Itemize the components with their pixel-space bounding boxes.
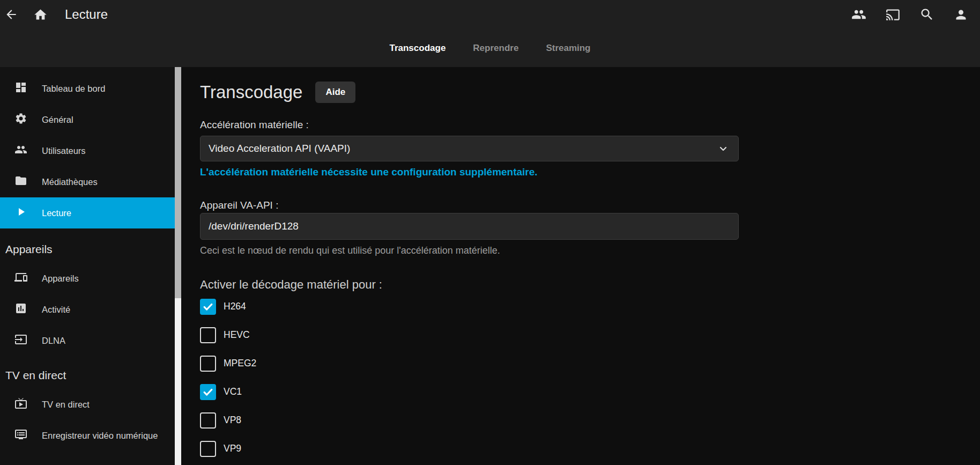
checkbox-label: MPEG2 xyxy=(224,358,256,369)
user-icon xyxy=(954,8,968,22)
app-header: Lecture xyxy=(0,0,980,67)
sidebar-item-general[interactable]: Général xyxy=(0,104,175,135)
checkbox-h264[interactable] xyxy=(200,299,216,315)
sidebar-item-label: Activité xyxy=(42,305,70,315)
activity-chart-icon xyxy=(14,302,27,317)
va-api-device-input[interactable] xyxy=(200,213,739,240)
dashboard-icon xyxy=(14,81,27,96)
sidebar-item-activite[interactable]: Activité xyxy=(0,294,175,325)
check-icon xyxy=(202,386,214,398)
help-button[interactable]: Aide xyxy=(315,82,355,103)
page-header-title: Lecture xyxy=(65,7,108,22)
sidebar-item-enregistreur[interactable]: Enregistreur vidéo numérique xyxy=(0,420,175,451)
tab-transcodage[interactable]: Transcodage xyxy=(388,41,447,56)
sidebar-item-tv-en-direct[interactable]: TV en direct xyxy=(0,389,175,420)
checkbox-row-vp9[interactable]: VP9 xyxy=(200,434,739,463)
checkbox-label: VP9 xyxy=(224,443,241,454)
live-tv-icon xyxy=(14,397,27,412)
users-group-button[interactable] xyxy=(851,7,866,22)
va-api-helper-text: Ceci est le nœud de rendu qui est utilis… xyxy=(200,245,739,256)
sidebar-section-tv-en-direct: TV en direct xyxy=(0,367,175,383)
checkbox-row-vc1[interactable]: VC1 xyxy=(200,378,739,406)
search-icon xyxy=(919,7,934,22)
devices-icon xyxy=(14,271,27,286)
cast-button[interactable] xyxy=(886,8,900,22)
sidebar-item-label: Utilisateurs xyxy=(42,146,86,156)
sidebar-item-utilisateurs[interactable]: Utilisateurs xyxy=(0,135,175,166)
checkbox-row-partial[interactable] xyxy=(200,463,739,465)
sidebar-item-label: Tableau de bord xyxy=(42,84,105,94)
sidebar-scrollbar[interactable] xyxy=(175,67,181,465)
tab-bar: Transcodage Reprendre Streaming xyxy=(0,29,980,67)
checkbox-row-h264[interactable]: H264 xyxy=(200,292,739,321)
checkbox-vc1[interactable] xyxy=(200,384,216,400)
user-menu-button[interactable] xyxy=(954,8,968,22)
dvr-icon xyxy=(14,428,27,443)
home-button[interactable] xyxy=(33,8,48,22)
users-group-icon xyxy=(851,7,866,22)
home-icon xyxy=(33,8,48,22)
hw-accel-select[interactable]: Video Acceleration API (VAAPI) xyxy=(200,136,739,161)
tab-streaming[interactable]: Streaming xyxy=(545,41,591,56)
back-arrow-icon xyxy=(4,8,18,21)
checkbox-mpeg2[interactable] xyxy=(200,356,216,372)
checkbox-vp8[interactable] xyxy=(200,412,216,429)
main-content: Transcodage Aide Accélération matérielle… xyxy=(181,67,980,465)
app-window: Lecture xyxy=(0,0,980,465)
checkbox-row-hevc[interactable]: HEVC xyxy=(200,321,739,349)
search-button[interactable] xyxy=(919,7,934,22)
sidebar-item-label: DLNA xyxy=(42,336,65,346)
cast-icon xyxy=(886,8,900,22)
app-bar: Lecture xyxy=(0,0,980,29)
sidebar: Tableau de bord Général Utilisateurs Méd… xyxy=(0,67,175,465)
play-icon xyxy=(14,205,27,220)
page-title: Transcodage xyxy=(200,82,302,102)
sidebar-item-dlna[interactable]: DLNA xyxy=(0,325,175,356)
decode-section-label: Activer le décodage matériel pour : xyxy=(200,278,739,292)
sidebar-item-tableau-de-bord[interactable]: Tableau de bord xyxy=(0,73,175,104)
checkbox-label: VP8 xyxy=(224,415,241,426)
sidebar-item-lecture[interactable]: Lecture xyxy=(0,197,175,228)
page-title-row: Transcodage Aide xyxy=(200,79,739,105)
sidebar-scrollbar-thumb[interactable] xyxy=(175,67,181,298)
sidebar-item-label: Général xyxy=(42,115,73,125)
gear-icon xyxy=(14,112,27,127)
hw-accel-label: Accélération matérielle : xyxy=(200,119,739,131)
back-button[interactable] xyxy=(4,8,18,21)
chevron-down-icon xyxy=(718,143,729,154)
checkbox-hevc[interactable] xyxy=(200,327,216,343)
hw-accel-warning-link[interactable]: L'accélération matérielle nécessite une … xyxy=(200,166,538,178)
checkbox-row-vp8[interactable]: VP8 xyxy=(200,406,739,434)
checkbox-label: VC1 xyxy=(224,386,242,397)
sidebar-section-appareils: Appareils xyxy=(0,241,175,257)
va-api-label: Appareil VA-API : xyxy=(200,200,739,211)
folder-icon xyxy=(14,174,27,189)
sidebar-item-label: Lecture xyxy=(42,208,71,218)
sidebar-item-label: Appareils xyxy=(42,274,79,284)
check-icon xyxy=(202,301,214,313)
hw-accel-selected-value: Video Acceleration API (VAAPI) xyxy=(209,143,350,154)
sidebar-item-label: Enregistreur vidéo numérique xyxy=(42,431,158,441)
users-icon xyxy=(14,143,27,158)
tab-reprendre[interactable]: Reprendre xyxy=(472,41,519,56)
appbar-actions xyxy=(851,7,974,22)
sidebar-item-appareils[interactable]: Appareils xyxy=(0,263,175,294)
checkbox-vp9[interactable] xyxy=(200,441,216,457)
sidebar-item-label: Médiathèques xyxy=(42,177,98,187)
sidebar-item-label: TV en direct xyxy=(42,400,90,410)
checkbox-label: HEVC xyxy=(224,329,250,341)
sidebar-item-mediatheques[interactable]: Médiathèques xyxy=(0,166,175,197)
checkbox-label: H264 xyxy=(224,301,246,312)
checkbox-row-mpeg2[interactable]: MPEG2 xyxy=(200,349,739,378)
decode-options-list: H264 HEVC MPEG2 xyxy=(200,292,739,465)
input-arrow-icon xyxy=(14,333,27,348)
